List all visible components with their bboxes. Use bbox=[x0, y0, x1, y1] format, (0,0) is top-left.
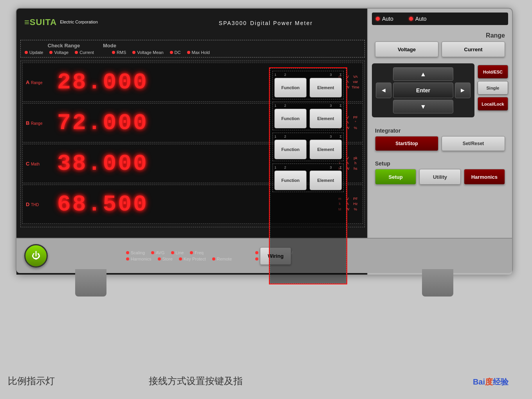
fe-tab-4-2: 2 bbox=[284, 165, 286, 169]
fe-tab-2-1: 1 bbox=[274, 104, 276, 108]
check-range-title: Check Range bbox=[25, 43, 103, 49]
integrator-title: Integrator bbox=[375, 128, 505, 134]
remote-led bbox=[212, 257, 215, 261]
logo-area: ≡SUITA Electric Corporation bbox=[24, 17, 98, 27]
dc-led bbox=[170, 51, 173, 54]
fe-tab-2-sigma: Σ bbox=[339, 104, 342, 108]
fe-tab-1-2: 2 bbox=[284, 73, 286, 77]
device-panel: ≡SUITA Electric Corporation SPA3000Digit… bbox=[16, 8, 513, 274]
right-panel: Auto Auto Range Voltage Current ▲ ◄ bbox=[367, 9, 512, 275]
element-btn-4[interactable]: Element bbox=[310, 171, 342, 190]
remote-indicator: Remote bbox=[212, 257, 232, 261]
element-btn-1[interactable]: Element bbox=[310, 78, 342, 97]
mode-title: Mode bbox=[103, 43, 116, 49]
fe-row-4: 1 2 3 Σ Function Element bbox=[272, 164, 344, 192]
set-reset-button[interactable]: Set/Reset bbox=[442, 136, 505, 151]
update-led bbox=[25, 51, 28, 54]
hold-esc-button[interactable]: Hold/ESC bbox=[478, 65, 508, 79]
nav-left-button[interactable]: ◄ bbox=[376, 83, 391, 98]
single-button[interactable]: Single bbox=[478, 81, 508, 95]
max-hold-led bbox=[187, 51, 190, 54]
auto-row: Auto Auto bbox=[372, 13, 508, 25]
function-btn-3[interactable]: Function bbox=[274, 140, 307, 159]
logo-suita: ≡SUITA bbox=[24, 17, 57, 27]
voltage-range-button[interactable]: Voltage bbox=[375, 41, 438, 57]
current-range-button[interactable]: Current bbox=[442, 41, 505, 57]
fe-tab-3-1: 1 bbox=[274, 135, 276, 138]
model-name: SPA3000Digital Power Meter bbox=[216, 17, 313, 27]
rms-indicator: RMS bbox=[112, 50, 126, 55]
avg-led bbox=[151, 251, 154, 254]
baidu-watermark: Bai度经验 bbox=[473, 377, 509, 387]
setup-section: Setup Setup Utility Harmonics bbox=[372, 157, 508, 188]
setup-title: Setup bbox=[375, 160, 505, 167]
function-btn-1[interactable]: Function bbox=[274, 78, 307, 97]
fe-tab-2-3: 3 bbox=[330, 104, 332, 108]
auto-led-2 bbox=[409, 17, 413, 21]
logo-electric: Electric Corporation bbox=[60, 20, 98, 25]
element-btn-2[interactable]: Element bbox=[310, 109, 342, 128]
current-led bbox=[75, 51, 78, 54]
harmonics-label: Harmonics bbox=[131, 257, 151, 261]
element-btn-3[interactable]: Element bbox=[310, 140, 342, 159]
line-label: Line bbox=[176, 250, 184, 255]
local-lock-button[interactable]: Local/Lock bbox=[478, 97, 508, 111]
auto-label-2: Auto bbox=[415, 16, 427, 22]
key-protect-label: Key Protect bbox=[184, 257, 206, 261]
fe-tab-3-3: 3 bbox=[330, 135, 332, 138]
nav-down-button[interactable]: ▼ bbox=[393, 100, 453, 113]
nav-right-button[interactable]: ► bbox=[455, 83, 471, 98]
auto-led-1 bbox=[376, 17, 380, 21]
store-label: Store bbox=[162, 257, 173, 261]
scaling-indicator: Scaling bbox=[126, 250, 145, 255]
fe-row-2: 1 2 3 Σ Function Element bbox=[272, 102, 344, 130]
integrator-section: Integrator Start/Stop Set/Reset bbox=[372, 124, 508, 154]
row-label-b: B Range bbox=[26, 120, 57, 126]
function-btn-2[interactable]: Function bbox=[274, 109, 307, 128]
avg-label: AVG bbox=[156, 250, 164, 255]
range-section: Range Voltage Current bbox=[372, 29, 508, 60]
function-btn-4[interactable]: Function bbox=[274, 171, 307, 190]
start-stop-button[interactable]: Start/Stop bbox=[375, 136, 438, 151]
max-hold-indicator: Max Hold bbox=[187, 50, 210, 55]
line-indicator: Line bbox=[171, 250, 184, 255]
bottom-text-left: 比例指示灯 bbox=[8, 375, 55, 387]
fe-tab-2-2: 2 bbox=[284, 104, 286, 108]
voltage-led bbox=[49, 51, 52, 54]
utility-button[interactable]: Utility bbox=[419, 169, 460, 185]
harmonics-indicator: Harmonics bbox=[126, 257, 151, 261]
nav-enter-button[interactable]: Enter bbox=[393, 83, 453, 98]
power-button[interactable]: ⏻ bbox=[24, 244, 48, 268]
auto-label-1: Auto bbox=[382, 16, 393, 22]
fe-tab-1-1: 1 bbox=[274, 73, 276, 77]
key-protect-led bbox=[179, 257, 182, 261]
store-led bbox=[158, 257, 161, 261]
fe-row-1: 1 2 3 Σ Function Element bbox=[272, 71, 344, 99]
nav-up-button[interactable]: ▲ bbox=[393, 67, 453, 81]
bottom-bar: ⏻ Scaling AVG Line Freq bbox=[16, 238, 512, 273]
stand-right bbox=[422, 269, 453, 297]
row-label-a: A Range bbox=[26, 79, 57, 85]
voltage-indicator: Voltage bbox=[49, 50, 69, 55]
stand-left bbox=[75, 269, 106, 297]
voltage-mean-indicator: Voltage Mean bbox=[132, 50, 163, 55]
dc-indicator: DC bbox=[170, 50, 181, 55]
nav-section: ▲ ◄ Enter ► ▼ bbox=[372, 63, 474, 117]
freq-label: Freq bbox=[195, 250, 204, 255]
setup-button[interactable]: Setup bbox=[375, 169, 416, 185]
fe-tab-4-1: 1 bbox=[274, 165, 276, 169]
p3p4w-led bbox=[255, 257, 258, 261]
freq-led bbox=[190, 251, 193, 254]
scaling-led bbox=[126, 251, 129, 254]
fe-tab-1-3: 3 bbox=[330, 73, 332, 77]
fe-row-3: 1 2 3 Σ Function Element bbox=[272, 133, 344, 161]
auto-item-1: Auto bbox=[376, 16, 393, 22]
harmonics-button[interactable]: Harmonics bbox=[464, 169, 505, 185]
harmonics-led bbox=[126, 257, 129, 261]
rms-led bbox=[112, 51, 115, 54]
remote-label: Remote bbox=[217, 257, 232, 261]
voltage-mean-led bbox=[132, 51, 135, 54]
fe-tab-3-sigma: Σ bbox=[339, 135, 342, 138]
key-protect-indicator: Key Protect bbox=[179, 257, 206, 261]
store-indicator: Store bbox=[158, 257, 173, 261]
